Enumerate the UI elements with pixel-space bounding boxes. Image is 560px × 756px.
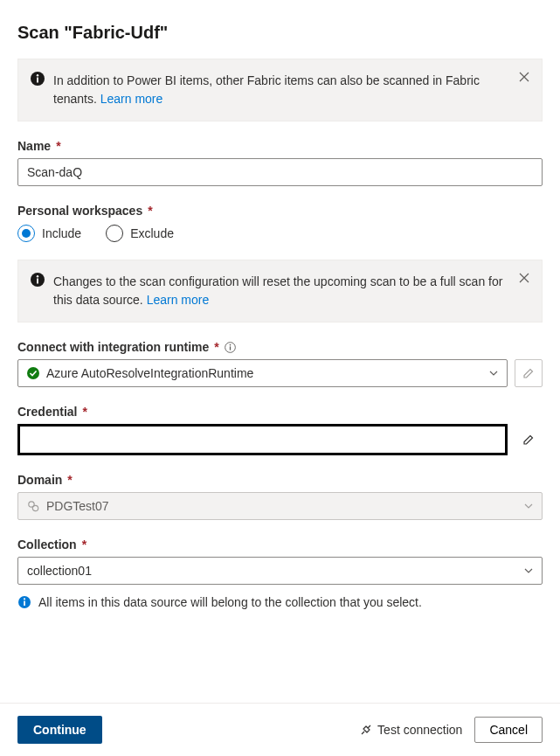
plug-icon [360, 724, 372, 736]
info-banner-reset: Changes to the scan configuration will r… [17, 260, 543, 323]
chevron-down-icon [524, 568, 533, 573]
radio-icon-unchecked [106, 225, 123, 242]
svg-rect-7 [230, 346, 231, 350]
workspaces-label: Personal workspaces* [17, 204, 543, 218]
radio-icon-checked [17, 225, 35, 242]
collection-select[interactable]: collection01 [17, 557, 543, 585]
name-label: Name* [17, 139, 543, 153]
page-title: Scan "Fabric-Udf" [17, 23, 543, 43]
close-icon[interactable] [515, 68, 533, 86]
learn-more-link[interactable]: Learn more [147, 293, 210, 307]
svg-point-5 [37, 275, 38, 277]
domain-icon [27, 500, 39, 512]
info-icon [17, 595, 31, 609]
runtime-value: Azure AutoResolveIntegrationRuntime [46, 366, 482, 380]
edit-credential-button[interactable] [515, 426, 543, 454]
info-banner-fabric: In addition to Power BI items, other Fab… [17, 59, 543, 121]
learn-more-link[interactable]: Learn more [100, 92, 163, 106]
info-banner-text: In addition to Power BI items, other Fab… [53, 72, 507, 108]
collection-value: collection01 [27, 564, 517, 578]
info-icon [31, 72, 45, 86]
collection-hint: All items in this data source will belon… [38, 595, 422, 609]
collection-label: Collection* [17, 538, 543, 551]
domain-select: PDGTest07 [17, 492, 543, 520]
test-connection-label: Test connection [377, 723, 462, 737]
test-connection-button[interactable]: Test connection [360, 723, 462, 737]
info-banner-text: Changes to the scan configuration will r… [53, 273, 507, 309]
chevron-down-icon [489, 371, 498, 376]
radio-include[interactable]: Include [17, 225, 81, 242]
radio-include-label: Include [42, 226, 81, 240]
footer: Continue Test connection Cancel [0, 703, 560, 756]
cancel-button[interactable]: Cancel [474, 717, 543, 743]
svg-rect-1 [37, 78, 38, 83]
radio-exclude[interactable]: Exclude [106, 225, 174, 242]
svg-rect-4 [37, 279, 38, 284]
credential-select[interactable] [17, 424, 508, 455]
svg-point-14 [24, 598, 25, 600]
svg-point-9 [27, 367, 39, 379]
svg-point-11 [32, 505, 38, 510]
svg-rect-13 [24, 601, 25, 607]
svg-point-2 [37, 74, 38, 76]
credential-label: Credential* [17, 405, 543, 419]
runtime-select[interactable]: Azure AutoResolveIntegrationRuntime [17, 359, 508, 387]
chevron-down-icon [524, 503, 533, 509]
success-icon [27, 367, 39, 379]
close-icon[interactable] [515, 269, 533, 287]
radio-exclude-label: Exclude [130, 226, 174, 240]
info-icon [31, 273, 45, 287]
domain-value: PDGTest07 [46, 499, 517, 513]
name-input[interactable] [17, 158, 543, 186]
svg-point-8 [229, 343, 231, 345]
continue-button[interactable]: Continue [17, 716, 102, 744]
runtime-label: Connect with integration runtime* [17, 340, 543, 354]
edit-runtime-button[interactable] [515, 359, 543, 387]
domain-label: Domain* [17, 473, 543, 487]
help-icon[interactable] [225, 342, 236, 353]
